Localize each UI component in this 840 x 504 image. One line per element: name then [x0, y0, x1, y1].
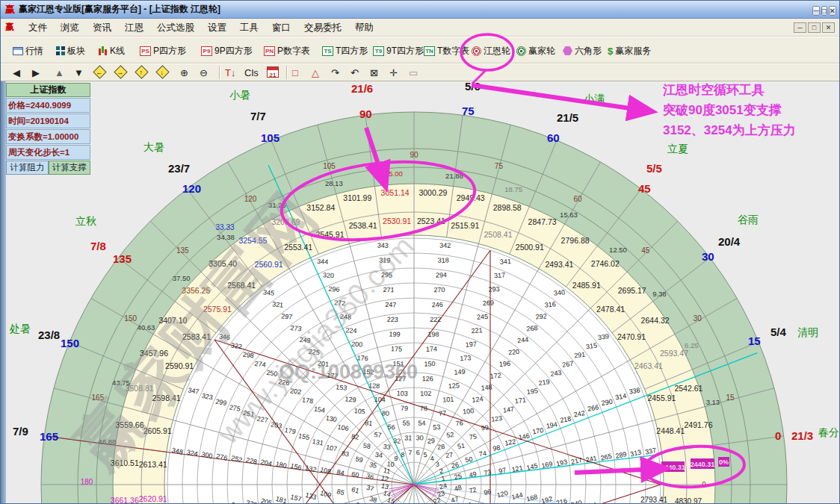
app-window: 赢 赢家江恩专业版[赢家服务平台] - [上证指数 江恩轮] ─□✕ 赢 文件浏…: [0, 0, 840, 504]
pan-left-icon: ←: [95, 68, 103, 78]
toolbar-item-label: 赢家服务: [615, 45, 651, 57]
time-row: 时间=20190104: [6, 113, 90, 128]
pan-down-button[interactable]: ↓: [155, 65, 169, 78]
toolbar-item-PN[interactable]: PNP数字表: [264, 43, 310, 58]
pan-down-icon: ↓: [158, 68, 166, 78]
rotate-ccw-button[interactable]: ↶: [350, 66, 359, 79]
minimize-button[interactable]: ─: [812, 6, 819, 16]
toolbar-item-label: 江恩轮: [484, 45, 510, 57]
toolbar-item-kline[interactable]: K线: [98, 43, 125, 58]
grid-icon: [13, 47, 23, 55]
menu-item-4[interactable]: 公式选股: [150, 20, 201, 35]
close-button[interactable]: ✕: [829, 6, 836, 16]
menu-item-2[interactable]: 资讯: [86, 20, 118, 35]
toolbar-item-TN[interactable]: TNT数字表: [424, 43, 469, 58]
mdi-close-button[interactable]: ✕: [822, 22, 835, 33]
menu-item-7[interactable]: 窗口: [265, 20, 297, 35]
menu-logo-icon: 赢: [5, 21, 14, 34]
menu-items: 文件浏览资讯江恩公式选股设置工具窗口交易委托帮助: [22, 20, 380, 34]
menu-bar: 赢 文件浏览资讯江恩公式选股设置工具窗口交易委托帮助 ─□✕: [1, 19, 839, 37]
boxed-x-button[interactable]: ⊠: [370, 66, 378, 79]
maximize-button[interactable]: □: [821, 6, 827, 16]
pan-up-icon: ↑: [137, 68, 145, 78]
menu-item-8[interactable]: 交易委托: [297, 20, 348, 35]
toolbar-item-dollar[interactable]: $赢家服务: [608, 43, 651, 58]
menu-item-0[interactable]: 文件: [22, 20, 54, 35]
toolbar-item-label: T数字表: [437, 45, 469, 57]
coef-row: 变换系数=1.00000: [6, 129, 90, 144]
calc-resistance-button[interactable]: 计算阻力: [6, 161, 49, 175]
toolbar-item-P9[interactable]: P99P四方形: [201, 43, 253, 58]
board-button[interactable]: ▭: [409, 66, 418, 79]
center-tool-button[interactable]: ✛: [389, 66, 398, 79]
annotation-line-1: 江恩时空循环工具: [663, 81, 765, 99]
toolbar-item-label: K线: [110, 45, 125, 57]
mdi-restore-button[interactable]: □: [808, 22, 821, 33]
price-row: 价格=2440.9099: [6, 98, 90, 113]
toolbar-separator: [286, 66, 288, 79]
mdi-controls: ─□✕: [792, 22, 835, 33]
info-panel: 上证指数 价格=2440.9099 时间=20190104 变换系数=1.000…: [6, 83, 90, 175]
menu-item-5[interactable]: 设置: [201, 20, 233, 35]
toolbar-item-hex[interactable]: 六角形: [563, 43, 602, 58]
zoom-in-button[interactable]: ⊕: [180, 66, 188, 79]
pan-up-button[interactable]: ↑: [135, 65, 148, 78]
ps-icon: PS: [140, 46, 151, 56]
toolbar-item-TS[interactable]: TST四方形: [322, 43, 368, 58]
cls-button[interactable]: Cls: [244, 66, 259, 79]
pan-left-button[interactable]: ←: [93, 65, 106, 78]
window-controls: ─□✕: [811, 3, 836, 16]
toolbar-item-label: 板块: [67, 45, 85, 57]
toolbar-item-grid[interactable]: 行情: [13, 43, 43, 58]
pan-right-button[interactable]: →: [114, 65, 127, 78]
toolbar-item-label: P数字表: [277, 45, 310, 57]
toolbar-item-label: 行情: [25, 45, 43, 57]
zoom-out-button[interactable]: ⊖: [200, 66, 208, 79]
app-logo-icon: 赢: [5, 3, 15, 16]
toolbar-item-label: T四方形: [336, 45, 368, 57]
toolbar-item-label: 9P四方形: [214, 45, 253, 57]
ts-icon: TS: [322, 46, 333, 56]
toolbar-item-T9[interactable]: T99T四方形: [373, 43, 424, 58]
menu-item-3[interactable]: 江恩: [118, 20, 150, 35]
p9-icon: P9: [201, 46, 212, 56]
t-down-button[interactable]: T↓: [225, 66, 235, 79]
pan-right-icon: →: [116, 68, 124, 78]
toolbar-item-label: P四方形: [153, 45, 186, 57]
menu-item-1[interactable]: 浏览: [54, 20, 86, 35]
gann-icon: [472, 46, 481, 56]
window-title: 赢家江恩专业版[赢家服务平台] - [上证指数 江恩轮]: [19, 3, 811, 16]
toolbar-item-label: 赢家轮: [528, 45, 555, 57]
square-tool-button[interactable]: □: [292, 66, 298, 79]
toolbar-item-blocks[interactable]: 板块: [56, 43, 85, 58]
kline-icon: [98, 46, 108, 56]
menu-item-6[interactable]: 工具: [233, 20, 265, 35]
annotation-line-2: 突破90度3051变支撑: [663, 102, 782, 119]
toolbar-item-label: 六角形: [575, 45, 602, 57]
pn-icon: PN: [264, 46, 275, 56]
main-toolbar: 行情板块K线PSP四方形P99P四方形PNP数字表TST四方形T99T四方形TN…: [1, 37, 839, 63]
mdi-minimize-button[interactable]: ─: [794, 22, 806, 33]
left-frame-strip: [1, 81, 6, 504]
menu-item-9[interactable]: 帮助: [348, 20, 380, 35]
toolbar-separator: [219, 66, 220, 79]
nav-down-button[interactable]: ▼: [74, 66, 84, 79]
toolbar-item-gann[interactable]: 江恩轮: [472, 43, 510, 58]
toolbar-item-winner[interactable]: 赢家轮: [516, 43, 555, 58]
nav-back-button[interactable]: ◀: [13, 66, 20, 79]
nav-up-button[interactable]: ▲: [55, 66, 64, 79]
calendar-icon[interactable]: 21: [267, 66, 279, 78]
title-bar: 赢 赢家江恩专业版[赢家服务平台] - [上证指数 江恩轮] ─□✕: [1, 1, 839, 19]
calc-support-button[interactable]: 计算支撑: [49, 161, 91, 175]
triangle-tool-button[interactable]: △: [312, 66, 319, 79]
step-row: 周天变化步长=1: [6, 145, 90, 160]
toolbar-item-PS[interactable]: PSP四方形: [140, 43, 186, 58]
rotate-cw-button[interactable]: ↷: [331, 66, 339, 79]
t9-icon: T9: [373, 46, 384, 56]
instrument-title: 上证指数: [6, 83, 90, 97]
gann-wheel-canvas[interactable]: [1, 81, 840, 504]
nav-forward-button[interactable]: ▶: [32, 66, 40, 79]
winner-icon: [516, 46, 526, 56]
hex-icon: [563, 46, 572, 55]
toolbar-item-label: 9T四方形: [386, 45, 424, 57]
